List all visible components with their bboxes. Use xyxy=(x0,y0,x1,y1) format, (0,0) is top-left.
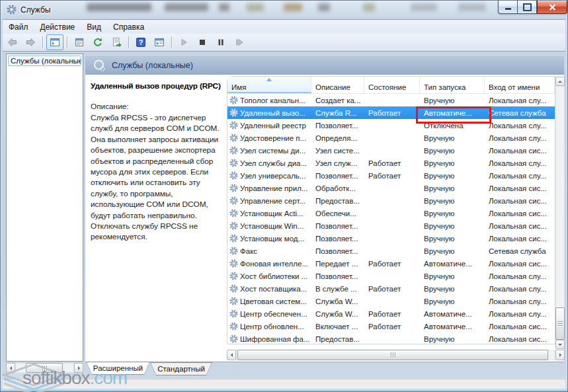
logon-cell: Локальная сис... xyxy=(485,210,555,217)
description-cell: В службе ... xyxy=(311,285,364,293)
table-row[interactable]: Центр обеспечен...Служба W...РаботаетАвт… xyxy=(227,307,555,320)
table-row[interactable]: Узел универсаль...Позволяет...РаботаетВр… xyxy=(227,169,555,182)
description-cell: Позволяет... xyxy=(311,247,364,255)
name-cell: Центр обеспечен... xyxy=(227,309,311,318)
column-header-3[interactable]: Тип запуска xyxy=(420,77,485,93)
extended-view-button[interactable] xyxy=(151,34,168,50)
description-cell: Служба W... xyxy=(311,297,364,305)
window-controls xyxy=(498,1,567,13)
startup-cell: Автоматиче... xyxy=(420,260,485,268)
startup-cell: Вручную xyxy=(420,222,485,230)
table-row[interactable]: Установщик мод...Позволяет...ВручнуюЛока… xyxy=(227,232,555,245)
logon-cell: Локальная сис... xyxy=(485,235,555,243)
watermark: softikbox.com xyxy=(1,363,146,392)
table-row[interactable]: Хост библиотеки ...Позволяет...ВручнуюЛо… xyxy=(227,270,555,282)
logon-cell: Локальная сис... xyxy=(485,260,555,268)
column-header-2[interactable]: Состояние xyxy=(364,77,420,93)
forward-button[interactable] xyxy=(22,34,39,50)
arrow-right-icon xyxy=(559,353,561,357)
description-cell: Включает ... xyxy=(311,323,364,331)
maximize-button[interactable] xyxy=(517,1,537,14)
menu-item-1[interactable]: Действие xyxy=(34,20,81,34)
help-button[interactable]: ? xyxy=(132,34,149,50)
table-row[interactable]: ФаксПозволяет...ВручнуюСетевая служба xyxy=(227,245,555,257)
table-row[interactable]: Установщик Win...Позволяет...ВручнуюЛока… xyxy=(227,219,555,232)
scroll-thumb[interactable] xyxy=(555,307,565,340)
table-row[interactable]: Хост поставщика...В службе ...РаботаетВр… xyxy=(227,282,555,295)
table-row[interactable]: Цветовая систем...Служба W...ВручнуюЛока… xyxy=(227,295,555,307)
service-gear-icon xyxy=(229,247,238,255)
table-header: ИмяОписаниеСостояниеТип запускаВход от и… xyxy=(227,77,555,94)
description-cell: Определя... xyxy=(311,134,364,142)
table-row[interactable]: Удостоверение п...Определя...ВручнуюЛока… xyxy=(227,132,555,144)
service-gear-icon xyxy=(229,184,238,192)
startup-cell: Вручную xyxy=(420,97,485,104)
name-cell: Установщик Win... xyxy=(227,221,311,230)
services-table: ИмяОписаниеСостояниеТип запускаВход от и… xyxy=(227,76,555,344)
scroll-left-button[interactable] xyxy=(227,350,236,360)
restart-service-button[interactable] xyxy=(231,34,248,50)
service-gear-icon xyxy=(229,96,238,104)
scroll-up-button[interactable] xyxy=(555,77,565,86)
console-tree-panel: Службы (локальные) xyxy=(6,54,83,362)
logon-cell: Локальная слу... xyxy=(485,159,555,167)
tree-item-services-local[interactable]: Службы (локальные) xyxy=(8,56,81,66)
name-cell: Хост поставщика... xyxy=(227,284,311,293)
scroll-thumb[interactable] xyxy=(237,350,548,360)
table-row[interactable]: Удаленный реестрПозволяет...ОтключенаЛок… xyxy=(227,119,555,132)
status-cell: Работает xyxy=(364,285,420,293)
arrow-down-icon xyxy=(558,344,562,346)
status-cell: Работает xyxy=(364,109,420,117)
table-row[interactable]: Узел системы ди...Узел систе...ВручнуюЛо… xyxy=(227,144,555,157)
window-title: Службы xyxy=(20,5,50,15)
scroll-right-button[interactable] xyxy=(555,350,565,360)
table-row[interactable]: Центр обновлен...Включает ...РаботаетАвт… xyxy=(227,320,555,333)
startup-cell: Отключена xyxy=(420,122,485,130)
table-row[interactable]: Управление прил...Обработк...ВручнуюЛока… xyxy=(227,182,555,194)
minimize-button[interactable] xyxy=(498,1,517,14)
toolbar: ? xyxy=(3,34,565,52)
start-service-button[interactable] xyxy=(175,34,192,50)
properties-button[interactable] xyxy=(71,34,88,50)
startup-cell: Вручную xyxy=(420,235,485,243)
column-header-0[interactable]: Имя xyxy=(227,77,311,93)
description-cell: Создает ка... xyxy=(311,97,364,104)
column-header-1[interactable]: Описание xyxy=(311,77,364,93)
watermark-text: softikbox.com xyxy=(22,368,127,389)
arrow-up-icon xyxy=(558,81,562,83)
logon-cell: Локальная сис... xyxy=(485,184,555,192)
refresh-button[interactable] xyxy=(89,34,106,50)
menu-bar: ФайлДействиеВидСправка xyxy=(3,19,565,34)
description-label: Описание: xyxy=(91,102,129,111)
stop-service-button[interactable] xyxy=(194,34,211,50)
tab-standard[interactable]: Стандартный xyxy=(150,362,212,375)
export-list-icon xyxy=(111,37,122,48)
export-list-button[interactable] xyxy=(108,34,125,50)
table-row[interactable]: Управление серт...Предостав...ВручнуюЛок… xyxy=(227,194,555,207)
pause-service-button[interactable] xyxy=(212,34,229,50)
description-cell: Позволяет... xyxy=(311,272,364,280)
menu-item-0[interactable]: Файл xyxy=(3,20,34,34)
menu-item-3[interactable]: Справка xyxy=(107,20,150,34)
service-gear-icon xyxy=(229,334,238,343)
name-cell: Управление серт... xyxy=(227,196,311,205)
startup-cell: Автоматиче... xyxy=(420,323,485,331)
show-console-tree-button[interactable] xyxy=(46,34,63,50)
scroll-down-button[interactable] xyxy=(555,340,565,349)
table-row[interactable]: Шифрованная фа...Предостав...ВручнуюЛока… xyxy=(227,333,555,345)
table-row[interactable]: Тополог канальн...Создает ка...ВручнуюЛо… xyxy=(227,94,555,106)
name-cell: Управление прил... xyxy=(227,184,311,192)
close-button[interactable] xyxy=(537,1,567,14)
service-gear-icon xyxy=(229,209,238,217)
toolbar-separator xyxy=(128,36,129,48)
name-cell: Цветовая систем... xyxy=(227,297,311,305)
table-row[interactable]: Узел службы диа...Узел служ...РаботаетВр… xyxy=(227,157,555,169)
table-row[interactable]: Фоновая интелле...Передает ...РаботаетАв… xyxy=(227,257,555,270)
table-row[interactable]: Удаленный вызо...Служба R...РаботаетАвто… xyxy=(227,106,555,119)
back-button[interactable] xyxy=(3,34,20,50)
startup-cell: Автоматиче... xyxy=(420,310,485,318)
menu-item-2[interactable]: Вид xyxy=(81,20,107,34)
column-header-4[interactable]: Вход от имени xyxy=(485,77,555,93)
table-row[interactable]: Установщик Acti...Обеспечи...ВручнуюЛока… xyxy=(227,207,555,219)
scroll-track[interactable] xyxy=(555,86,565,340)
